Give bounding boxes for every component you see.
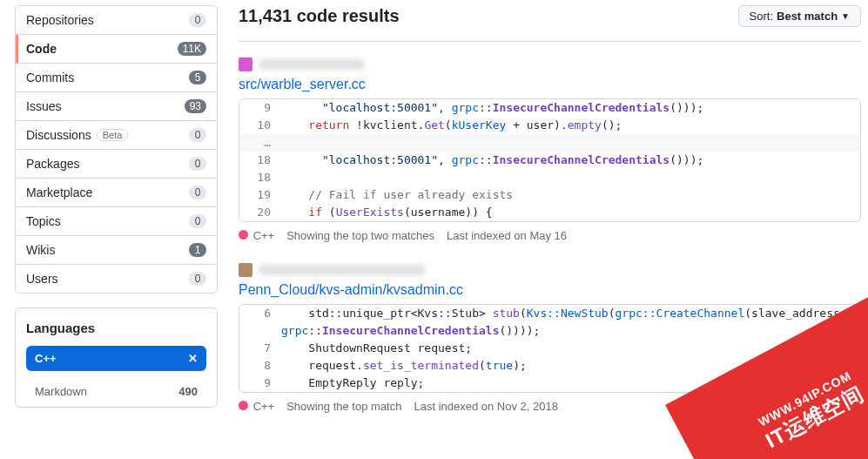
code-line-content: std::unique_ptr<Kvs::Stub> stub(Kvs::New… [281, 305, 860, 322]
repo-row[interactable] [239, 263, 861, 277]
matches-text: Showing the top two matches [286, 229, 434, 242]
language-row[interactable]: Markdown490 [26, 380, 206, 403]
nav-count-badge: 0 [189, 157, 206, 171]
language-color-dot [239, 230, 248, 240]
language-name: Markdown [35, 385, 87, 398]
code-line-content: if (UserExists(username)) { [281, 204, 860, 221]
search-type-nav: Repositories0Code11KCommits5Issues93Disc… [15, 5, 218, 294]
code-line-content: return !kvclient.Get(kUserKey + user).em… [281, 117, 860, 134]
language-name: C++ [253, 229, 275, 242]
language-name: C++ [253, 400, 275, 413]
sort-label: Sort: [750, 10, 773, 23]
code-line-content: "localhost:50001", grpc::InsecureChannel… [281, 152, 860, 169]
results-count: 11,431 code results [239, 6, 400, 26]
languages-title: Languages [26, 321, 206, 335]
result-meta: C++Showing the top two matchesLast index… [239, 229, 861, 242]
line-number: 19 [239, 186, 281, 204]
nav-item-label: Packages [26, 157, 79, 171]
nav-item-issues[interactable]: Issues93 [16, 92, 217, 121]
nav-count-badge: 11K [178, 42, 206, 56]
nav-item-commits[interactable]: Commits5 [16, 64, 217, 92]
nav-item-wikis[interactable]: Wikis1 [16, 236, 217, 265]
nav-item-label: Issues [26, 99, 61, 113]
line-number: 7 [239, 340, 281, 357]
code-line-content [281, 169, 860, 186]
indexed-text: Last indexed on May 16 [447, 229, 567, 242]
line-number: 6 [239, 305, 281, 322]
remove-language-icon[interactable]: ✕ [188, 352, 198, 365]
nav-item-packages[interactable]: Packages0 [16, 150, 217, 179]
divider [239, 41, 861, 42]
line-number: 9 [239, 99, 281, 117]
file-link[interactable]: src/warble_server.cc [239, 77, 861, 92]
nav-item-label: Marketplace [26, 186, 92, 199]
line-number: 20 [239, 204, 281, 221]
nav-item-label: Commits [26, 71, 74, 84]
file-link[interactable]: Penn_Cloud/kvs-admin/kvsadmin.cc [239, 282, 861, 298]
sort-button[interactable]: Sort: Best match ▼ [738, 5, 861, 27]
nav-item-label: Wikis [26, 243, 55, 257]
nav-count-badge: 93 [185, 99, 206, 113]
search-result: src/warble_server.cc9 "localhost:50001",… [239, 57, 861, 242]
line-number: 18 [239, 169, 281, 186]
nav-count-badge: 5 [189, 71, 206, 84]
beta-badge: Beta [97, 129, 129, 141]
code-line-content: "localhost:50001", grpc::InsecureChannel… [281, 99, 860, 117]
repo-avatar [239, 57, 252, 71]
line-number: 9 [239, 375, 281, 392]
code-line-content: grpc::InsecureChannelCredentials()))); [281, 322, 860, 340]
nav-count-badge: 0 [189, 128, 206, 142]
nav-item-topics[interactable]: Topics0 [16, 207, 217, 236]
nav-count-badge: 1 [189, 243, 206, 257]
repo-name-redacted [259, 59, 364, 70]
code-line-content [281, 134, 860, 152]
line-number: 10 [239, 117, 281, 134]
line-number [239, 322, 281, 340]
sort-value: Best match [777, 10, 838, 23]
nav-item-label: Repositories [26, 13, 94, 27]
languages-filter: Languages C++ ✕ Markdown490 [15, 307, 218, 408]
nav-item-label: Code [26, 42, 57, 56]
code-snippet[interactable]: 9 "localhost:50001", grpc::InsecureChann… [239, 98, 861, 222]
nav-item-users[interactable]: Users0 [16, 265, 217, 293]
matches-text: Showing the top match [286, 400, 401, 413]
code-line-content: // Fail if user already exists [281, 186, 860, 204]
nav-item-code[interactable]: Code11K [16, 35, 217, 64]
nav-count-badge: 0 [189, 272, 206, 286]
repo-name-redacted [259, 265, 425, 275]
repo-row[interactable] [239, 57, 861, 71]
nav-item-label: DiscussionsBeta [26, 128, 128, 142]
nav-count-badge: 0 [189, 214, 206, 228]
indexed-text: Last indexed on Nov 2, 2018 [414, 400, 558, 413]
line-number: 8 [239, 357, 281, 375]
language-count: 490 [178, 385, 198, 398]
line-number [239, 134, 281, 152]
language-selected[interactable]: C++ ✕ [26, 346, 206, 371]
nav-count-badge: 0 [189, 13, 206, 27]
repo-avatar [239, 263, 252, 277]
nav-item-repositories[interactable]: Repositories0 [16, 6, 217, 35]
nav-item-discussions[interactable]: DiscussionsBeta0 [16, 121, 217, 150]
nav-item-label: Topics [26, 214, 61, 228]
chevron-down-icon: ▼ [841, 11, 850, 21]
language-color-dot [239, 401, 248, 410]
nav-count-badge: 0 [189, 186, 206, 199]
language-selected-label: C++ [35, 352, 57, 365]
nav-item-marketplace[interactable]: Marketplace0 [16, 179, 217, 207]
line-number: 18 [239, 152, 281, 169]
nav-item-label: Users [26, 272, 58, 286]
